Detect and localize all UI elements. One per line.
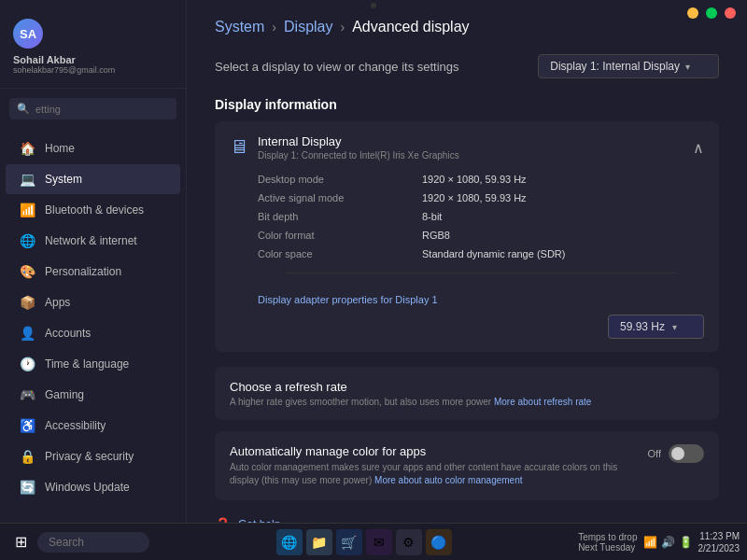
toggle-off-label: Off: [648, 448, 661, 459]
personalization-icon: 🎨: [19, 264, 35, 279]
sidebar-item-system[interactable]: 💻 System: [6, 164, 180, 194]
color-management-row: Automatically manage color for apps Auto…: [215, 431, 719, 500]
breadcrumb-sep1: ›: [272, 20, 276, 35]
sidebar-item-apps[interactable]: 📦 Apps: [6, 287, 180, 317]
weather-day: Next Tuesday: [578, 542, 637, 553]
toggle-thumb: [671, 447, 684, 460]
refresh-rate-row: 59.93 Hz ▾: [230, 315, 704, 339]
sidebar-search-box[interactable]: 🔍: [9, 98, 176, 119]
network-icon: 🌐: [19, 233, 35, 248]
display-info-table: Desktop mode 1920 × 1080, 59.93 Hz Activ…: [230, 172, 704, 307]
sidebar-item-gaming-label: Gaming: [45, 388, 84, 401]
taskbar-edge-icon[interactable]: 🌐: [276, 529, 303, 555]
taskbar: ⊞ 🌐 📁 🛒 ✉ ⚙ 🔵 Temps to drop Next Tuesday…: [0, 523, 747, 560]
apps-icon: 📦: [19, 295, 35, 310]
display-info-title-group: 🖥 Internal Display Display 1: Connected …: [230, 134, 459, 161]
breadcrumb-system[interactable]: System: [215, 19, 264, 35]
color-management-toggle-container: Off: [648, 444, 704, 463]
breadcrumb-display[interactable]: Display: [284, 19, 332, 35]
monitor-icon: 🖥: [230, 136, 248, 158]
display-info-card: 🖥 Internal Display Display 1: Connected …: [215, 121, 719, 352]
avatar: SA: [13, 19, 43, 49]
adapter-link[interactable]: Display adapter properties for Display 1: [258, 292, 676, 307]
info-value-color-format: RGB8: [422, 228, 676, 243]
refresh-rate-settings-header: Choose a refresh rate A higher rate give…: [230, 380, 704, 407]
color-management-desc: Auto color management makes sure your ap…: [230, 461, 648, 487]
sidebar-item-home-label: Home: [45, 142, 75, 155]
content-area: System › Display › Advanced display Sele…: [187, 0, 747, 560]
info-label-signal-mode: Active signal mode: [258, 190, 407, 205]
breadcrumb-current: Advanced display: [352, 19, 469, 35]
user-name: Sohail Akbar: [13, 54, 173, 65]
section-title-display-info: Display information: [215, 97, 719, 112]
home-icon: 🏠: [19, 141, 35, 156]
gaming-icon: 🎮: [19, 387, 35, 402]
display-selector-row: Select a display to view or change its s…: [215, 54, 719, 78]
color-management-text: Automatically manage color for apps Auto…: [230, 444, 648, 487]
time-display: 11:23 PM: [698, 530, 740, 542]
taskbar-store-icon[interactable]: 🛒: [336, 529, 362, 555]
display-info-header: 🖥 Internal Display Display 1: Connected …: [230, 134, 704, 161]
sidebar-item-network[interactable]: 🌐 Network & internet: [6, 226, 180, 256]
refresh-rate-more-link[interactable]: More about refresh rate: [494, 397, 592, 407]
chevron-down-icon-refresh: ▾: [672, 322, 677, 332]
weather-label: Temps to drop: [578, 532, 637, 542]
breadcrumb: System › Display › Advanced display: [215, 19, 719, 35]
taskbar-settings-icon[interactable]: ⚙: [396, 529, 422, 555]
info-value-signal-mode: 1920 × 1080, 59.93 Hz: [422, 190, 676, 205]
sidebar-item-accessibility[interactable]: ♿ Accessibility: [6, 411, 180, 441]
window-controls: [687, 7, 736, 19]
sidebar-item-personalization[interactable]: 🎨 Personalization: [6, 257, 180, 287]
taskbar-app-icons: 🌐 📁 🛒 ✉ ⚙ 🔵: [157, 529, 571, 555]
user-info: SA Sohail Akbar sohelakbar795@gmail.com: [0, 9, 186, 89]
display-dropdown[interactable]: Display 1: Internal Display ▾: [538, 54, 719, 78]
sidebar-item-accounts[interactable]: 👤 Accounts: [6, 318, 180, 348]
taskbar-mail-icon[interactable]: ✉: [366, 529, 392, 555]
refresh-rate-value: 59.93 Hz: [620, 320, 665, 333]
sidebar-item-accounts-label: Accounts: [45, 327, 91, 340]
sidebar-item-bluetooth[interactable]: 📶 Bluetooth & devices: [6, 195, 180, 225]
date-display: 2/21/2023: [698, 542, 740, 554]
minimize-button[interactable]: [687, 7, 698, 19]
wifi-icon: 📶: [643, 536, 657, 549]
refresh-rate-dropdown[interactable]: 59.93 Hz ▾: [608, 315, 704, 339]
display-selector-label: Select a display to view or change its s…: [215, 60, 459, 74]
info-value-desktop-mode: 1920 × 1080, 59.93 Hz: [422, 172, 676, 187]
sidebar-item-home[interactable]: 🏠 Home: [6, 133, 180, 163]
taskbar-left: ⊞: [0, 529, 157, 555]
sidebar-item-bluetooth-label: Bluetooth & devices: [45, 203, 144, 217]
sidebar-item-time[interactable]: 🕐 Time & language: [6, 349, 180, 379]
camera-dot: [371, 3, 376, 8]
taskbar-search-input[interactable]: [37, 532, 149, 553]
sidebar-nav: 🏠 Home 💻 System 📶 Bluetooth & devices 🌐 …: [0, 129, 186, 551]
collapse-button[interactable]: ∧: [693, 139, 704, 157]
taskbar-chrome-icon[interactable]: 🔵: [426, 529, 452, 555]
search-icon: 🔍: [17, 103, 30, 115]
sidebar: SA Sohail Akbar sohelakbar795@gmail.com …: [0, 0, 187, 560]
taskbar-file-icon[interactable]: 📁: [306, 529, 332, 555]
sidebar-search-input[interactable]: [35, 104, 169, 115]
sidebar-item-gaming[interactable]: 🎮 Gaming: [6, 380, 180, 410]
info-label-desktop-mode: Desktop mode: [258, 172, 407, 187]
sidebar-item-windows-update[interactable]: 🔄 Windows Update: [6, 472, 180, 502]
info-label-color-space: Color space: [258, 246, 407, 261]
sidebar-item-privacy[interactable]: 🔒 Privacy & security: [6, 441, 180, 471]
time-icon: 🕐: [19, 357, 35, 371]
display-subtitle: Display 1: Connected to Intel(R) Iris Xe…: [258, 150, 459, 161]
info-label-color-format: Color format: [258, 228, 407, 243]
color-management-title: Automatically manage color for apps: [230, 444, 648, 458]
taskbar-time: 11:23 PM 2/21/2023: [698, 530, 740, 554]
color-management-more-link[interactable]: More about auto color management: [374, 475, 522, 485]
color-management-toggle[interactable]: [669, 444, 704, 463]
display-name: Internal Display: [258, 134, 459, 148]
accessibility-icon: ♿: [19, 418, 35, 433]
refresh-rate-title: Choose a refresh rate: [230, 380, 591, 394]
maximize-button[interactable]: [706, 7, 717, 19]
system-icon: 💻: [19, 172, 35, 187]
chevron-down-icon: ▾: [685, 62, 690, 72]
taskbar-right: Temps to drop Next Tuesday 📶 🔊 🔋 11:23 P…: [571, 530, 747, 554]
close-button[interactable]: [725, 7, 736, 19]
update-icon: 🔄: [19, 480, 35, 495]
privacy-icon: 🔒: [19, 449, 35, 464]
start-button[interactable]: ⊞: [7, 529, 34, 555]
